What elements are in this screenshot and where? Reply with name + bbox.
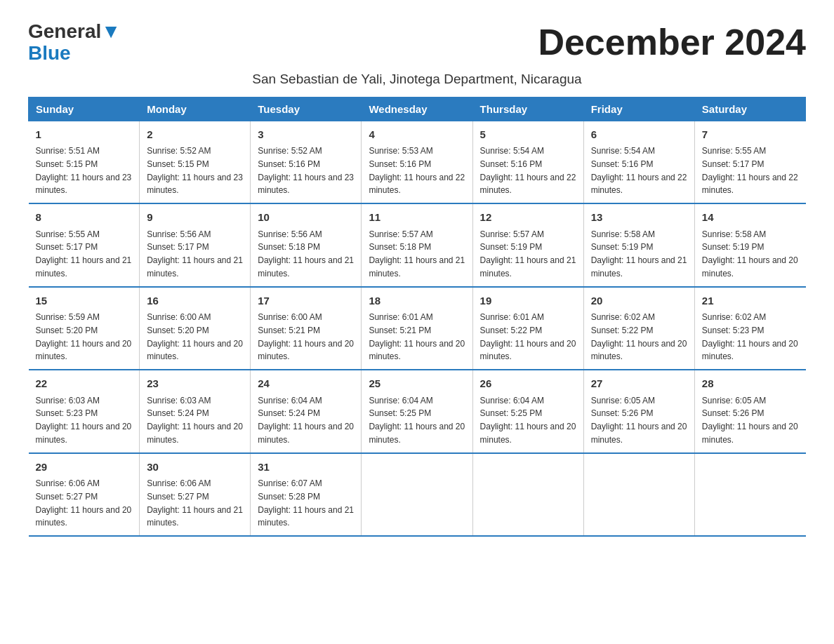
day-info: Sunrise: 5:59 AMSunset: 5:20 PMDaylight:… (36, 312, 132, 361)
day-number: 13 (591, 210, 687, 226)
day-number: 12 (480, 210, 576, 226)
calendar-cell: 3 Sunrise: 5:52 AMSunset: 5:16 PMDayligh… (251, 121, 362, 203)
day-number: 22 (36, 376, 133, 392)
logo-triangle-icon: ▼ (101, 20, 121, 42)
calendar-cell: 23 Sunrise: 6:03 AMSunset: 5:24 PMDaylig… (140, 370, 251, 453)
calendar-week-row: 29 Sunrise: 6:06 AMSunset: 5:27 PMDaylig… (29, 453, 806, 537)
day-number: 30 (147, 459, 243, 476)
day-info: Sunrise: 6:03 AMSunset: 5:24 PMDaylight:… (147, 396, 243, 445)
weekday-header-saturday: Saturday (694, 97, 805, 121)
day-info: Sunrise: 6:07 AMSunset: 5:28 PMDaylight:… (258, 478, 354, 528)
day-info: Sunrise: 6:03 AMSunset: 5:23 PMDaylight:… (36, 396, 132, 445)
calendar-cell: 1 Sunrise: 5:51 AMSunset: 5:15 PMDayligh… (29, 121, 140, 203)
calendar-cell: 20 Sunrise: 6:02 AMSunset: 5:22 PMDaylig… (583, 287, 694, 370)
calendar-week-row: 15 Sunrise: 5:59 AMSunset: 5:20 PMDaylig… (29, 287, 806, 370)
day-number: 10 (258, 210, 354, 226)
calendar-cell: 13 Sunrise: 5:58 AMSunset: 5:19 PMDaylig… (583, 203, 694, 287)
calendar-cell (583, 453, 694, 537)
calendar-cell: 18 Sunrise: 6:01 AMSunset: 5:21 PMDaylig… (362, 287, 472, 370)
day-number: 15 (36, 293, 133, 309)
day-number: 25 (369, 376, 465, 392)
day-info: Sunrise: 6:06 AMSunset: 5:27 PMDaylight:… (147, 478, 243, 528)
calendar-cell (362, 453, 472, 537)
day-number: 23 (147, 376, 243, 392)
day-info: Sunrise: 6:06 AMSunset: 5:27 PMDaylight:… (36, 478, 132, 528)
calendar-cell: 12 Sunrise: 5:57 AMSunset: 5:19 PMDaylig… (472, 203, 583, 287)
calendar-cell: 31 Sunrise: 6:07 AMSunset: 5:28 PMDaylig… (251, 453, 362, 537)
day-info: Sunrise: 6:02 AMSunset: 5:22 PMDaylight:… (591, 312, 687, 361)
calendar-cell: 9 Sunrise: 5:56 AMSunset: 5:17 PMDayligh… (140, 203, 251, 287)
calendar-week-row: 1 Sunrise: 5:51 AMSunset: 5:15 PMDayligh… (29, 121, 806, 203)
page-header: General▼ Blue December 2024 (28, 21, 806, 65)
calendar-cell: 14 Sunrise: 5:58 AMSunset: 5:19 PMDaylig… (694, 203, 805, 287)
logo: General▼ Blue (28, 21, 121, 65)
day-number: 2 (147, 127, 243, 143)
calendar-cell: 24 Sunrise: 6:04 AMSunset: 5:24 PMDaylig… (251, 370, 362, 453)
weekday-header-wednesday: Wednesday (362, 97, 472, 121)
day-number: 19 (480, 293, 576, 309)
day-number: 21 (702, 293, 799, 309)
day-number: 16 (147, 293, 243, 309)
day-info: Sunrise: 5:58 AMSunset: 5:19 PMDaylight:… (591, 229, 687, 279)
calendar-cell: 11 Sunrise: 5:57 AMSunset: 5:18 PMDaylig… (362, 203, 472, 287)
calendar-cell: 15 Sunrise: 5:59 AMSunset: 5:20 PMDaylig… (29, 287, 140, 370)
day-info: Sunrise: 5:53 AMSunset: 5:16 PMDaylight:… (369, 146, 465, 195)
day-number: 14 (702, 210, 799, 226)
day-number: 3 (258, 127, 354, 143)
calendar-header-row: SundayMondayTuesdayWednesdayThursdayFrid… (29, 97, 806, 121)
day-info: Sunrise: 5:54 AMSunset: 5:16 PMDaylight:… (591, 146, 687, 195)
weekday-header-friday: Friday (583, 97, 694, 121)
calendar-cell: 29 Sunrise: 6:06 AMSunset: 5:27 PMDaylig… (29, 453, 140, 537)
calendar-cell: 30 Sunrise: 6:06 AMSunset: 5:27 PMDaylig… (140, 453, 251, 537)
day-info: Sunrise: 5:55 AMSunset: 5:17 PMDaylight:… (36, 229, 132, 279)
day-info: Sunrise: 5:51 AMSunset: 5:15 PMDaylight:… (36, 146, 132, 195)
calendar-cell: 28 Sunrise: 6:05 AMSunset: 5:26 PMDaylig… (694, 370, 805, 453)
day-number: 4 (369, 127, 465, 143)
day-info: Sunrise: 5:55 AMSunset: 5:17 PMDaylight:… (702, 146, 798, 195)
calendar-cell: 27 Sunrise: 6:05 AMSunset: 5:26 PMDaylig… (583, 370, 694, 453)
day-info: Sunrise: 5:54 AMSunset: 5:16 PMDaylight:… (480, 146, 576, 195)
day-info: Sunrise: 6:00 AMSunset: 5:20 PMDaylight:… (147, 312, 243, 361)
month-title: December 2024 (538, 21, 806, 63)
day-number: 9 (147, 210, 243, 226)
day-info: Sunrise: 5:57 AMSunset: 5:19 PMDaylight:… (480, 229, 576, 279)
day-number: 20 (591, 293, 687, 309)
logo-text: General▼ Blue (28, 21, 121, 65)
day-info: Sunrise: 6:02 AMSunset: 5:23 PMDaylight:… (702, 312, 798, 361)
day-number: 1 (36, 127, 133, 143)
day-number: 24 (258, 376, 354, 392)
calendar-cell: 6 Sunrise: 5:54 AMSunset: 5:16 PMDayligh… (583, 121, 694, 203)
day-info: Sunrise: 6:05 AMSunset: 5:26 PMDaylight:… (702, 396, 798, 445)
day-info: Sunrise: 6:01 AMSunset: 5:21 PMDaylight:… (369, 312, 465, 361)
day-info: Sunrise: 6:04 AMSunset: 5:24 PMDaylight:… (258, 396, 354, 445)
day-info: Sunrise: 5:52 AMSunset: 5:15 PMDaylight:… (147, 146, 243, 195)
day-number: 27 (591, 376, 687, 392)
day-info: Sunrise: 6:01 AMSunset: 5:22 PMDaylight:… (480, 312, 576, 361)
day-number: 18 (369, 293, 465, 309)
day-info: Sunrise: 6:00 AMSunset: 5:21 PMDaylight:… (258, 312, 354, 361)
weekday-header-tuesday: Tuesday (251, 97, 362, 121)
calendar-cell: 25 Sunrise: 6:04 AMSunset: 5:25 PMDaylig… (362, 370, 472, 453)
calendar-cell: 19 Sunrise: 6:01 AMSunset: 5:22 PMDaylig… (472, 287, 583, 370)
day-info: Sunrise: 5:52 AMSunset: 5:16 PMDaylight:… (258, 146, 354, 195)
calendar-cell (694, 453, 805, 537)
day-number: 29 (36, 459, 133, 476)
calendar-week-row: 8 Sunrise: 5:55 AMSunset: 5:17 PMDayligh… (29, 203, 806, 287)
day-number: 31 (258, 459, 354, 476)
day-number: 26 (480, 376, 576, 392)
calendar-cell: 5 Sunrise: 5:54 AMSunset: 5:16 PMDayligh… (472, 121, 583, 203)
day-info: Sunrise: 5:57 AMSunset: 5:18 PMDaylight:… (369, 229, 465, 279)
calendar-week-row: 22 Sunrise: 6:03 AMSunset: 5:23 PMDaylig… (29, 370, 806, 453)
calendar-cell: 22 Sunrise: 6:03 AMSunset: 5:23 PMDaylig… (29, 370, 140, 453)
day-info: Sunrise: 6:04 AMSunset: 5:25 PMDaylight:… (480, 396, 576, 445)
calendar-cell: 2 Sunrise: 5:52 AMSunset: 5:15 PMDayligh… (140, 121, 251, 203)
day-number: 8 (36, 210, 133, 226)
calendar-cell: 10 Sunrise: 5:56 AMSunset: 5:18 PMDaylig… (251, 203, 362, 287)
day-info: Sunrise: 5:58 AMSunset: 5:19 PMDaylight:… (702, 229, 798, 279)
day-number: 17 (258, 293, 354, 309)
calendar-cell: 17 Sunrise: 6:00 AMSunset: 5:21 PMDaylig… (251, 287, 362, 370)
day-number: 11 (369, 210, 465, 226)
day-info: Sunrise: 5:56 AMSunset: 5:18 PMDaylight:… (258, 229, 354, 279)
calendar-cell: 21 Sunrise: 6:02 AMSunset: 5:23 PMDaylig… (694, 287, 805, 370)
day-number: 5 (480, 127, 576, 143)
